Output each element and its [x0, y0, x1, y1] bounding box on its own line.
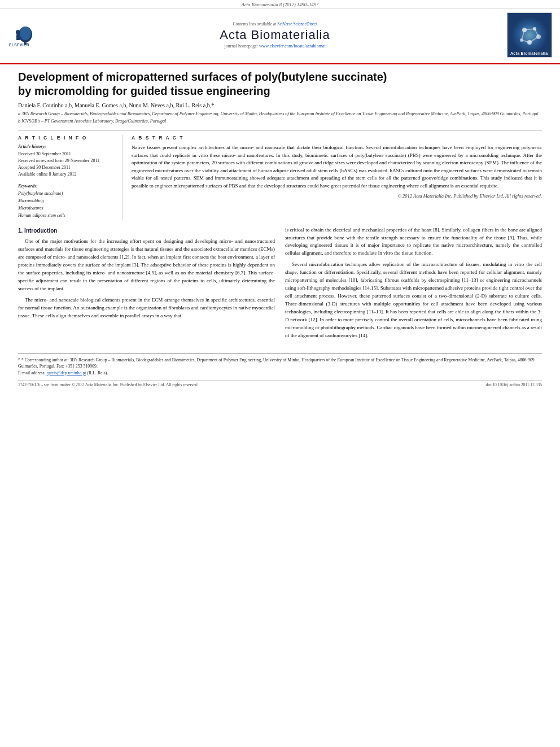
keyword-4: Human adipose stem cells [18, 212, 116, 220]
journal-cover-svg: Acta Biomaterialia [508, 13, 552, 57]
received-date: Received 30 September 2011 [18, 151, 116, 158]
journal-cover-image: Acta Biomaterialia [507, 12, 552, 58]
footnotes-area: * * Corresponding author at: 3B's Resear… [18, 353, 542, 377]
svg-rect-5 [16, 34, 20, 40]
abstract-text: Native tissues present complex architect… [132, 144, 542, 190]
footer-doi: doi:10.1016/j.actbio.2011.12.035 [485, 382, 542, 387]
abstract-heading: A B S T R A C T [132, 135, 542, 141]
journal-banner-center: Contents lists available at SciVerse Sci… [43, 21, 507, 49]
keyword-3: Microfeatures [18, 205, 116, 212]
abstract-copyright: © 2012 Acta Materialia Inc. Published by… [132, 193, 542, 199]
keywords-list: Poly(butylene succinate) Micromolding Mi… [18, 190, 116, 219]
article-header: Development of micropatterned surfaces o… [0, 64, 560, 220]
intro-para2: The micro- and nanoscale biological elem… [18, 296, 275, 320]
footnote-email-address[interactable]: rgreis@dep.uminho.pt [47, 370, 86, 375]
info-abstract-columns: A R T I C L E I N F O Article history: R… [18, 135, 542, 219]
svg-text:ELSEVIER: ELSEVIER [9, 43, 29, 47]
affiliation-b: b ICVS/3B's – PT Government Associate La… [18, 118, 542, 124]
svg-point-4 [16, 30, 20, 34]
intro-para1: One of the major motivations for the inc… [18, 238, 275, 293]
keyword-2: Micromolding [18, 198, 116, 205]
footer-issn: 1742-7061/$ – see front matter © 2012 Ac… [18, 382, 199, 387]
abstract-column: A B S T R A C T Native tissues present c… [132, 135, 542, 219]
journal-citation: Acta Biomaterialia 8 (2012) 1490–1497 [242, 2, 318, 7]
body-col-right: is critical to obtain the electrical and… [285, 226, 542, 343]
revised-date: Received in revised form 29 November 201… [18, 158, 116, 164]
affil-b-text: b ICVS/3B's – PT Government Associate La… [18, 119, 166, 124]
body-col-left: 1. Introduction One of the major motivat… [18, 226, 275, 343]
journal-title: Acta Biomaterialia [43, 28, 507, 42]
article-info-heading: A R T I C L E I N F O [18, 135, 116, 141]
intro-para4: Several microfabrication techniques allo… [285, 261, 542, 339]
sciverse-link[interactable]: SciVerse ScienceDirect [277, 21, 317, 27]
footnote-email-line: E-mail address: rgreis@dep.uminho.pt (R.… [18, 370, 542, 377]
homepage-url[interactable]: www.elsevier.com/locate/actabiomat [259, 43, 326, 49]
intro-heading: 1. Introduction [18, 226, 275, 235]
body-columns: 1. Introduction One of the major motivat… [18, 226, 542, 343]
journal-banner: ELSEVIER Contents lists available at Sci… [0, 9, 560, 61]
journal-citation-bar: Acta Biomaterialia 8 (2012) 1490–1497 [0, 0, 560, 9]
footnote-star-note: * * Corresponding author at: 3B's Resear… [18, 357, 542, 370]
footnote-email-who: (R.L. Reis). [87, 370, 108, 375]
article-authors: Daniela F. Coutinho a,b, Manuela E. Gome… [18, 102, 542, 108]
affiliation-a: a 3B's Research Group – Biomaterials, Bi… [18, 111, 542, 117]
article-title: Development of micropatterned surfaces o… [18, 70, 542, 98]
body-content: 1. Introduction One of the major motivat… [0, 220, 560, 343]
affil-a-text: a 3B's Research Group – Biomaterials, Bi… [18, 111, 539, 116]
svg-point-3 [20, 27, 31, 40]
accepted-date: Accepted 30 December 2011 [18, 164, 116, 171]
authors-text: Daniela F. Coutinho a,b, Manuela E. Gome… [18, 102, 214, 108]
keyword-1: Poly(butylene succinate) [18, 190, 116, 198]
intro-para3: is critical to obtain the electrical and… [285, 226, 542, 258]
elsevier-logo-svg: ELSEVIER [9, 23, 42, 47]
journal-header: Acta Biomaterialia 8 (2012) 1490–1497 EL… [0, 0, 560, 64]
article-history-label: Article history: [18, 144, 116, 149]
available-date: Available online 8 January 2012 [18, 171, 116, 178]
page-footer: 1742-7061/$ – see front matter © 2012 Ac… [18, 380, 542, 387]
svg-point-8 [511, 17, 548, 53]
intro-heading-text: 1. Introduction [18, 228, 57, 234]
article-info-column: A R T I C L E I N F O Article history: R… [18, 135, 123, 219]
elsevier-logo: ELSEVIER [8, 22, 43, 48]
footnote-email-label: E-mail address: [18, 370, 46, 375]
svg-text:Acta Biomaterialia: Acta Biomaterialia [510, 51, 548, 55]
divider [18, 130, 542, 130]
keywords-label: Keywords: [18, 184, 116, 189]
contents-available: Contents lists available at SciVerse Sci… [43, 21, 507, 27]
journal-homepage: journal homepage: www.elsevier.com/locat… [43, 43, 507, 49]
